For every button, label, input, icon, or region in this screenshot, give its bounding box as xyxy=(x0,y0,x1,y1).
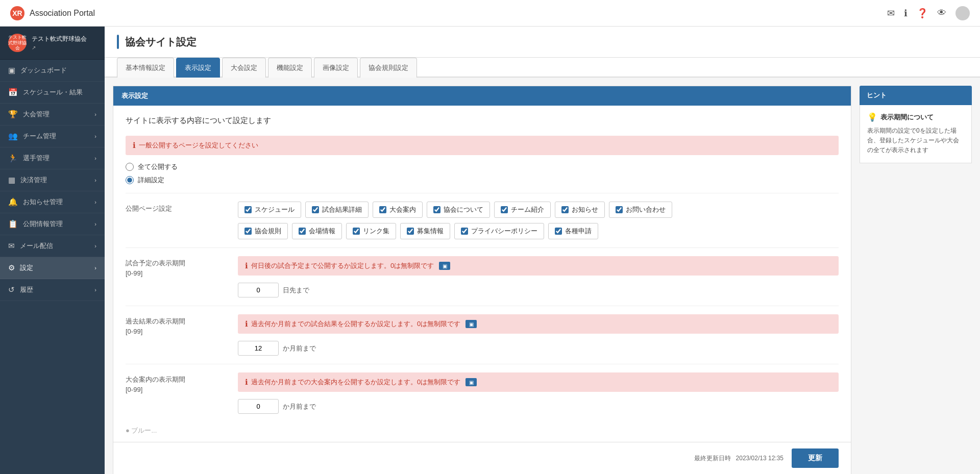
tournament-info-period-input[interactable] xyxy=(238,399,279,414)
form-content-past-results: ℹ 過去何か月前までの試合結果を公開するか設定します。0は無制限です ▣ か月前… xyxy=(238,314,839,356)
checkbox-venue[interactable]: 会場情報 xyxy=(292,223,342,239)
checkbox-grid-row1: スケジュール 試合結果詳細 大会案内 xyxy=(238,202,839,218)
sidebar-nav: ▣ ダッシュボード 📅 スケジュール・結果 🏆 大会管理 › 👥 xyxy=(0,60,105,474)
form-content-public: スケジュール 試合結果詳細 大会案内 xyxy=(238,202,839,239)
sidebar-item-mail[interactable]: ✉ メール配信 › xyxy=(0,235,105,257)
eye-icon[interactable]: 👁 xyxy=(937,8,946,18)
sidebar-item-news[interactable]: 🔔 お知らせ管理 › xyxy=(0,191,105,213)
period-input-row-tournament-info: か月前まで xyxy=(238,399,839,414)
tab-tournament[interactable]: 大会設定 xyxy=(222,58,266,78)
alert-icon: ℹ xyxy=(245,378,248,387)
page-header: 協会サイト設定 xyxy=(105,27,980,58)
checkbox-schedule[interactable]: スケジュール xyxy=(238,202,301,218)
checkbox-rules[interactable]: 協会規則 xyxy=(238,223,288,239)
last-updated: 最終更新日時 2023/02/13 12:35 xyxy=(694,454,783,463)
schedule-icon: 📅 xyxy=(8,88,18,97)
chevron-right-icon: › xyxy=(94,221,96,227)
sidebar-item-schedule[interactable]: 📅 スケジュール・結果 xyxy=(0,82,105,104)
tournament-info-alert: ℹ 過去何か月前までの大会案内を公開するか設定します。0は無制限です ▣ xyxy=(238,372,839,392)
chevron-right-icon: › xyxy=(94,199,96,205)
radio-all-public[interactable]: 全て公開する xyxy=(126,162,839,171)
checkbox-links[interactable]: リンク集 xyxy=(346,223,396,239)
page-title: 協会サイト設定 xyxy=(125,35,197,49)
hint-panel: ヒント 💡 表示期間について 表示期間の設定で0を設定した場合、登録したスケジュ… xyxy=(860,86,972,474)
screen-icon: ▣ xyxy=(465,378,477,386)
form-row-past-results: 過去結果の表示期間 [0-99] ℹ 過去何か月前までの試合結果を公開するか設定… xyxy=(126,306,839,364)
mail-icon[interactable]: ✉ xyxy=(887,8,895,19)
sidebar-item-player[interactable]: 🏃 選手管理 › xyxy=(0,147,105,169)
schedule-period-alert: ℹ 何日後の試合予定まで公開するか設定します。0は無制限です ▣ xyxy=(238,256,839,276)
past-results-period-unit: か月前まで xyxy=(283,344,316,353)
main-panel: 表示設定 サイトに表示する内容について設定します ℹ 一般公開するページを設定し… xyxy=(113,86,851,474)
main-content: 協会サイト設定 基本情報設定 表示設定 大会設定 機能設定 画像設定 協会規則設… xyxy=(105,27,980,474)
form-content-tournament-info-period: ℹ 過去何か月前までの大会案内を公開するか設定します。0は無制限です ▣ か月前… xyxy=(238,372,839,414)
tabs-bar: 基本情報設定 表示設定 大会設定 機能設定 画像設定 協会規則設定 xyxy=(105,58,980,78)
checkbox-tournament-info[interactable]: 大会案内 xyxy=(373,202,423,218)
form-content-schedule-period: ℹ 何日後の試合予定まで公開するか設定します。0は無制限です ▣ 日先まで xyxy=(238,256,839,297)
form-label-public: 公開ページ設定 xyxy=(126,202,238,214)
footer-bar: 最終更新日時 2023/02/13 12:35 更新 xyxy=(113,442,851,474)
tab-basic[interactable]: 基本情報設定 xyxy=(117,58,174,78)
header-icons: ✉ ℹ ❓ 👁 xyxy=(887,6,970,20)
top-header: XR Association Portal ✉ ℹ ❓ 👁 xyxy=(0,0,980,27)
past-results-period-input[interactable] xyxy=(238,341,279,356)
checkbox-recruitment[interactable]: 募集情報 xyxy=(400,223,450,239)
alert-icon: ℹ xyxy=(245,261,248,270)
screen-icon: ▣ xyxy=(439,262,450,270)
help-icon[interactable]: ❓ xyxy=(917,8,928,19)
public-page-alert: ℹ 一般公開するページを設定してください xyxy=(126,136,839,155)
player-icon: 🏃 xyxy=(8,154,18,163)
public-icon: 📋 xyxy=(8,219,18,229)
info-icon[interactable]: ℹ xyxy=(904,8,908,19)
sidebar-item-dashboard[interactable]: ▣ ダッシュボード xyxy=(0,60,105,82)
sidebar-item-team[interactable]: 👥 チーム管理 › xyxy=(0,126,105,147)
hint-title: 💡 表示期間について xyxy=(867,112,964,122)
alert-icon: ℹ xyxy=(245,319,248,329)
sidebar-item-label: 選手管理 xyxy=(23,154,50,163)
tab-function[interactable]: 機能設定 xyxy=(268,58,312,78)
checkbox-applications[interactable]: 各種申請 xyxy=(548,223,598,239)
tournament-info-period-unit: か月前まで xyxy=(283,402,316,411)
radio-detail[interactable]: 詳細設定 xyxy=(126,176,839,185)
sidebar-item-public-info[interactable]: 📋 公開情報管理 › xyxy=(0,213,105,235)
chevron-right-icon: › xyxy=(94,133,96,139)
schedule-period-input[interactable] xyxy=(238,283,279,297)
sidebar-item-settings[interactable]: ⚙ 設定 › xyxy=(0,257,105,279)
sidebar-item-tournament[interactable]: 🏆 大会管理 › xyxy=(0,104,105,126)
sidebar-item-label: メール配信 xyxy=(20,241,53,251)
sidebar-item-label: 公開情報管理 xyxy=(23,219,63,229)
sidebar-item-history[interactable]: ↺ 履歴 › xyxy=(0,279,105,301)
checkbox-about[interactable]: 協会について xyxy=(427,202,490,218)
past-results-alert: ℹ 過去何か月前までの試合結果を公開するか設定します。0は無制限です ▣ xyxy=(238,314,839,334)
section-intro: サイトに表示する内容について設定します xyxy=(126,116,839,126)
checkbox-privacy[interactable]: プライバシーポリシー xyxy=(454,223,544,239)
sidebar: テスト軟式野球協会 テスト軟式野球協会 ↗ ▣ ダッシュボード 📅 スケジュール… xyxy=(0,27,105,474)
chevron-right-icon: › xyxy=(94,243,96,249)
org-badge: テスト軟式野球協会 テスト軟式野球協会 ↗ xyxy=(0,27,105,60)
sidebar-item-payment[interactable]: ▦ 決済管理 › xyxy=(0,169,105,191)
tab-display[interactable]: 表示設定 xyxy=(176,58,220,78)
checkbox-results[interactable]: 試合結果詳細 xyxy=(305,202,369,218)
chevron-right-icon: › xyxy=(94,111,96,117)
hint-text: 表示期間の設定で0を設定した場合、登録したスケジュールや大会の全てが表示されます xyxy=(867,126,964,156)
checkbox-grid-row2: 協会規則 会場情報 リンク集 xyxy=(238,223,839,239)
sidebar-item-label: 大会管理 xyxy=(23,110,50,119)
external-link-icon: ↗ xyxy=(32,45,36,51)
checkbox-team-intro[interactable]: チーム紹介 xyxy=(494,202,551,218)
schedule-period-unit: 日先まで xyxy=(283,286,309,295)
layout: テスト軟式野球協会 テスト軟式野球協会 ↗ ▣ ダッシュボード 📅 スケジュール… xyxy=(0,27,980,474)
avatar[interactable] xyxy=(955,6,970,20)
checkbox-news[interactable]: お知らせ xyxy=(555,202,605,218)
org-avatar: テスト軟式野球協会 xyxy=(8,34,27,52)
sidebar-item-label: 履歴 xyxy=(20,285,33,294)
org-name: テスト軟式野球協会 xyxy=(32,35,87,43)
checkbox-contact[interactable]: お問い合わせ xyxy=(609,202,672,218)
sidebar-item-label: スケジュール・結果 xyxy=(23,88,83,97)
mail-nav-icon: ✉ xyxy=(8,241,15,251)
update-button[interactable]: 更新 xyxy=(792,448,839,468)
tab-image[interactable]: 画像設定 xyxy=(314,58,358,78)
tab-rules[interactable]: 協会規則設定 xyxy=(360,58,417,78)
dashboard-icon: ▣ xyxy=(8,66,15,75)
period-input-row-schedule: 日先まで xyxy=(238,283,839,297)
sidebar-item-label: チーム管理 xyxy=(23,132,56,141)
